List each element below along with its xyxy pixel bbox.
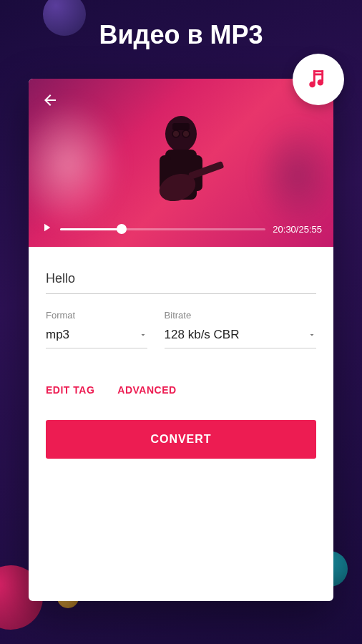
video-bg-effect [29,100,122,229]
svg-rect-7 [172,123,190,130]
title-input[interactable] [46,267,316,294]
musician-image [131,105,231,227]
bitrate-field: Bitrate 128 kb/s CBR [165,310,316,348]
video-bg-effect [255,122,333,229]
text-actions: EDIT TAG ADVANCED [46,384,316,396]
advanced-button[interactable]: ADVANCED [117,384,176,396]
convert-button[interactable]: CONVERT [46,420,316,459]
bitrate-label: Bitrate [165,310,316,321]
progress-fill [60,228,122,230]
video-controls: 20:30/25:55 [40,221,322,237]
svg-rect-2 [313,70,323,72]
arrow-left-icon [41,92,59,109]
format-field: Format mp3 [46,310,147,348]
form-area: Format mp3 Bitrate 128 kb/s CBR EDIT TAG… [29,247,333,476]
format-label: Format [46,310,147,321]
svg-point-4 [309,82,315,88]
play-icon [40,221,53,234]
svg-point-9 [182,130,190,137]
play-button[interactable] [40,221,53,237]
svg-point-5 [318,79,324,86]
bitrate-select[interactable]: 128 kb/s CBR [165,323,316,348]
progress-thumb[interactable] [117,224,127,234]
edit-tag-button[interactable]: EDIT TAG [46,384,94,396]
music-fab[interactable] [293,54,344,105]
back-button[interactable] [41,92,59,113]
music-note-icon [306,67,331,92]
svg-rect-3 [313,74,323,76]
format-value: mp3 [46,328,69,342]
svg-point-8 [172,130,180,137]
chevron-down-icon [308,331,316,339]
svg-point-6 [165,116,197,152]
time-display: 20:30/25:55 [273,224,322,235]
format-select[interactable]: mp3 [46,323,147,348]
video-preview: 20:30/25:55 [29,79,333,247]
chevron-down-icon [139,331,147,339]
progress-bar[interactable] [60,228,265,230]
bitrate-value: 128 kb/s CBR [165,328,240,342]
converter-card: 20:30/25:55 Format mp3 Bitrate 128 kb/s … [29,79,333,601]
